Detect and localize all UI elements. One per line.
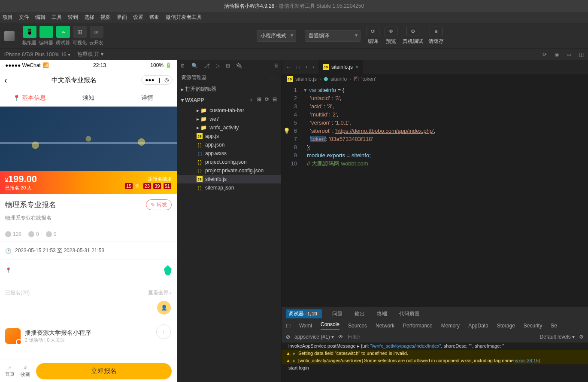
dbg-tab-output[interactable]: 输出 <box>353 310 367 318</box>
hotreload-select[interactable]: 热重载 开 <box>77 51 103 58</box>
menu-select[interactable]: 选择 <box>84 14 94 21</box>
store-card[interactable]: 播播资源大学报名小程序 2 场活动 | 0 人关注 <box>0 324 177 348</box>
eye-icon[interactable]: 👁 <box>338 334 343 340</box>
tbtn-2[interactable]: ⌁调试器 <box>56 26 70 46</box>
new-folder-icon[interactable]: ⊞ <box>257 96 261 104</box>
split-icon[interactable]: ◫ <box>579 52 584 58</box>
plug-icon[interactable]: 🔌 <box>236 63 242 69</box>
context-select[interactable]: appservice (#1) <box>294 334 334 340</box>
dbg-tab-problems[interactable]: 问题 <box>330 310 344 318</box>
tab-fav[interactable]: ☆收藏 <box>21 365 30 378</box>
nav-next-icon[interactable]: › <box>312 64 314 70</box>
search-icon[interactable]: 🔍 <box>191 63 198 69</box>
avatar[interactable]: 👤 <box>156 300 172 315</box>
close-icon[interactable]: × <box>355 64 358 70</box>
lightbulb-icon[interactable]: 💡 <box>283 127 290 135</box>
action-2[interactable]: ⚙真机调试 <box>403 27 423 45</box>
tab-home[interactable]: ⌂首页 <box>5 365 15 377</box>
refresh-icon[interactable]: ⟳ <box>543 52 547 58</box>
location-row[interactable]: 📍 <box>0 260 177 281</box>
panel-more[interactable]: Se <box>551 323 557 329</box>
panel-appdata[interactable]: AppData <box>468 323 488 329</box>
action-0[interactable]: ⟳编译 <box>367 27 379 45</box>
capsule[interactable]: ●●●|◎ <box>141 75 173 85</box>
tbtn-1[interactable]: 编辑器 <box>39 26 53 46</box>
panel-sources[interactable]: Sources <box>348 323 367 329</box>
menu-edit[interactable]: 编辑 <box>35 14 45 21</box>
editor-tab[interactable]: JS siteinfo.js × <box>318 60 363 74</box>
open-editors-label[interactable]: 打开的编辑器 <box>185 86 216 93</box>
menu-view[interactable]: 视图 <box>100 14 111 21</box>
clear-icon[interactable]: ⊘ <box>286 334 290 340</box>
inspect-icon[interactable]: ⬚ <box>286 323 291 329</box>
tree-item[interactable]: ▸ 📁wnfx_activity <box>177 123 281 132</box>
share-button[interactable]: ✎转发 <box>146 199 172 210</box>
panel-wxml[interactable]: Wxml <box>299 323 312 329</box>
tbtn-0[interactable]: 📱模拟器 <box>22 26 36 46</box>
tbtn-3[interactable]: ⊞可视化 <box>73 26 87 46</box>
new-file-icon[interactable]: ＋ <box>249 96 254 104</box>
layout-icon[interactable]: ⎘ <box>275 63 278 69</box>
view-all-button[interactable]: 查看全部 › <box>148 289 172 296</box>
compile-select[interactable]: 普通编译 <box>305 30 361 42</box>
tree-item[interactable]: JSapp.js <box>177 132 281 141</box>
back-icon[interactable]: ‹ <box>4 75 7 85</box>
levels-select[interactable]: Default levels <box>540 334 575 340</box>
tree-item[interactable]: { }project.config.json <box>177 158 281 166</box>
phone-icon[interactable]: ▭ <box>567 52 571 58</box>
action-3[interactable]: ≡清缓存 <box>428 27 444 45</box>
menu-project[interactable]: 项目 <box>3 14 13 21</box>
collapse-icon[interactable]: ⊟ <box>273 96 277 104</box>
tab-basic[interactable]: 📍基本信息 <box>0 89 59 106</box>
target-icon[interactable]: ◎ <box>164 77 169 83</box>
mode-select[interactable]: 小程序模式 <box>257 30 296 42</box>
panel-performance[interactable]: Performance <box>403 323 433 329</box>
tree-item[interactable]: { }app.json <box>177 141 281 149</box>
signup-button[interactable]: 立即报名 <box>36 363 172 379</box>
project-icon[interactable] <box>4 31 15 41</box>
device-select[interactable]: iPhone 6/7/8 Plus 100% 16 <box>4 52 70 58</box>
menu-goto[interactable]: 转到 <box>68 14 78 21</box>
gear-icon[interactable]: ⚙ <box>579 334 584 340</box>
record-icon[interactable]: ◉ <box>555 52 559 58</box>
gotop-button[interactable]: ↑ <box>156 324 171 339</box>
bookmark-icon[interactable]: ◻ <box>296 64 300 70</box>
nav-back-icon[interactable]: ← <box>286 64 291 70</box>
explorer-more-icon[interactable]: ··· <box>270 75 277 81</box>
ext-icon[interactable]: ⊞ <box>226 63 230 69</box>
git-icon[interactable]: ⎇ <box>204 63 210 69</box>
breadcrumb[interactable]: JS siteinfo.js› ⬢ siteinfo› ⚿ 'token' <box>282 74 588 84</box>
menu-dots-icon[interactable]: ●●● <box>145 77 155 83</box>
chevron-down-icon[interactable]: ▾ <box>181 97 185 103</box>
dbg-tab-quality[interactable]: 代码质量 <box>397 310 421 318</box>
tree-item[interactable]: ▸ 📁custom-tab-bar <box>177 106 281 115</box>
panel-console[interactable]: Console <box>321 321 339 330</box>
menu-wxdev[interactable]: 微信开发者工具 <box>166 14 202 21</box>
root-label[interactable]: WXAPP <box>185 97 204 103</box>
panel-memory[interactable]: Memory <box>441 323 460 329</box>
map-pin-icon[interactable] <box>164 265 172 275</box>
tab-notice[interactable]: 须知 <box>59 89 118 106</box>
menu-ui[interactable]: 界面 <box>117 14 127 21</box>
tab-detail[interactable]: 详情 <box>118 89 177 106</box>
tree-item[interactable]: { }sitemap.json <box>177 183 281 192</box>
panel-storage[interactable]: Storage <box>497 323 515 329</box>
tree-item[interactable]: ⬚app.wxss <box>177 149 281 158</box>
tbtn-4[interactable]: ∞云开发 <box>89 26 103 46</box>
nav-prev-icon[interactable]: ‹ <box>306 64 307 70</box>
debug-icon[interactable]: ▷ <box>216 63 220 69</box>
menu-tools[interactable]: 工具 <box>52 14 62 21</box>
refresh-tree-icon[interactable]: ⟳ <box>265 96 269 104</box>
panel-security[interactable]: Security <box>524 323 542 329</box>
filter-input[interactable] <box>348 333 536 340</box>
action-1[interactable]: 👁预览 <box>385 27 397 45</box>
dbg-tab-debugger[interactable]: 调试器 1, 20 <box>286 309 322 318</box>
menu-settings[interactable]: 设置 <box>133 14 143 21</box>
files-icon[interactable]: 🗎 <box>180 63 185 69</box>
menu-help[interactable]: 帮助 <box>149 14 160 21</box>
chevron-right-icon[interactable]: ▸ <box>181 86 184 92</box>
menu-file[interactable]: 文件 <box>19 14 29 21</box>
tree-item[interactable]: { }project.private.config.json <box>177 166 281 175</box>
tree-item[interactable]: ▸ 📁we7 <box>177 115 281 123</box>
tree-item[interactable]: JSsiteinfo.js <box>177 175 281 183</box>
